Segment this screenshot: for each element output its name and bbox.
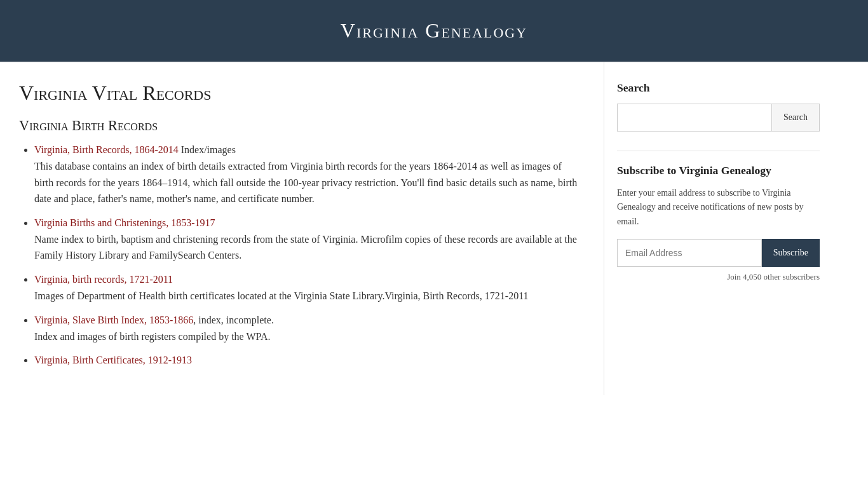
birth-records-section-title: Virginia Birth Records (19, 118, 578, 134)
records-list: Virginia, Birth Records, 1864-2014 Index… (19, 144, 578, 366)
record-link-5[interactable]: Virginia, Birth Certificates, 1912-1913 (34, 355, 192, 365)
record-link-line: Virginia, birth records, 1721-2011 (34, 274, 578, 285)
sidebar-divider (617, 151, 820, 151)
list-item: Virginia, Birth Records, 1864-2014 Index… (34, 144, 578, 207)
page-layout: Virginia Vital Records Virginia Birth Re… (0, 62, 868, 395)
record-link-suffix-4: , index, incomplete. (193, 315, 274, 325)
subscribe-button[interactable]: Subscribe (762, 239, 820, 267)
record-link-line: Virginia, Birth Records, 1864-2014 Index… (34, 144, 578, 156)
record-link-line: Virginia, Slave Birth Index, 1853-1866, … (34, 315, 578, 326)
record-description-3: Images of Department of Health birth cer… (34, 288, 578, 304)
record-link-4[interactable]: Virginia, Slave Birth Index, 1853-1866 (34, 315, 193, 325)
subscribe-title: Subscribe to Virginia Genealogy (617, 164, 820, 177)
main-content: Virginia Vital Records Virginia Birth Re… (0, 62, 604, 395)
search-input[interactable] (617, 104, 772, 132)
record-link-line: Virginia, Birth Certificates, 1912-1913 (34, 355, 578, 366)
record-description-2: Name index to birth, baptism and christe… (34, 231, 578, 264)
list-item: Virginia Births and Christenings, 1853-1… (34, 217, 578, 264)
subscribe-row: Subscribe (617, 239, 820, 267)
search-button[interactable]: Search (772, 104, 820, 132)
list-item: Virginia, Slave Birth Index, 1853-1866, … (34, 315, 578, 345)
record-link-3[interactable]: Virginia, birth records, 1721-2011 (34, 274, 173, 285)
site-header: Virginia Genealogy (0, 0, 868, 62)
record-link-suffix-1: Index/images (179, 144, 236, 155)
sidebar: Search Search Subscribe to Virginia Gene… (604, 62, 832, 395)
email-input[interactable] (617, 239, 762, 267)
subscribe-description: Enter your email address to subscribe to… (617, 186, 820, 229)
record-link-2[interactable]: Virginia Births and Christenings, 1853-1… (34, 217, 215, 228)
record-description-4: Index and images of birth registers comp… (34, 329, 578, 345)
sidebar-search-label: Search (617, 81, 820, 95)
record-description-1: This database contains an index of birth… (34, 158, 578, 207)
sidebar-search-section: Search Search (617, 81, 820, 132)
sidebar-subscribe-section: Subscribe to Virginia Genealogy Enter yo… (617, 164, 820, 282)
site-title: Virginia Genealogy (13, 19, 855, 43)
record-link-line: Virginia Births and Christenings, 1853-1… (34, 217, 578, 229)
page-title: Virginia Vital Records (19, 81, 578, 105)
record-link-1[interactable]: Virginia, Birth Records, 1864-2014 (34, 144, 179, 155)
search-row: Search (617, 104, 820, 132)
subscriber-count: Join 4,050 other subscribers (617, 272, 820, 282)
list-item: Virginia, Birth Certificates, 1912-1913 (34, 355, 578, 366)
list-item: Virginia, birth records, 1721-2011 Image… (34, 274, 578, 304)
